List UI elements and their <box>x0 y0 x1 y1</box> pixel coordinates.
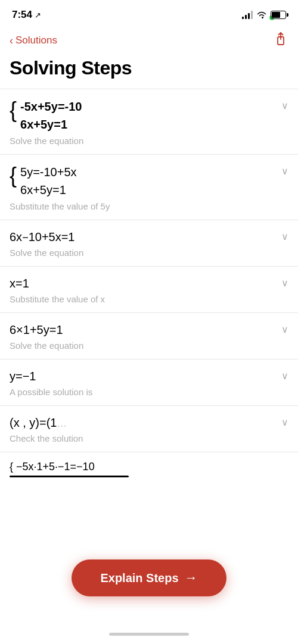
step-content-4: x=1 Substitute the value of x <box>10 275 281 304</box>
chevron-left-icon: ‹ <box>10 35 13 46</box>
step-item-7[interactable]: (x , y)=(1... Check the solution ∨ <box>0 405 298 452</box>
battery-icon <box>271 11 286 19</box>
chevron-down-icon-4: ∨ <box>281 277 288 289</box>
signal-bars-icon <box>242 11 253 19</box>
share-button[interactable] <box>273 31 288 50</box>
step-content-5: 6×1+5y=1 Solve the equation <box>10 321 281 351</box>
step-equation-1: { -5x+5y=-10 6x+5y=1 <box>10 98 274 133</box>
step-content-7: (x , y)=(1... Check the solution <box>10 414 281 443</box>
partial-equation: { −5x·1+5·−1=−10 <box>10 461 288 473</box>
chevron-down-icon-7: ∨ <box>281 417 288 428</box>
arrow-right-icon: → <box>185 570 198 586</box>
step-label-3: Solve the equation <box>10 248 274 258</box>
step-label-4: Substitute the value of x <box>10 294 274 304</box>
page-title: Solving Steps <box>0 55 298 89</box>
step-item-1[interactable]: { -5x+5y=-10 6x+5y=1 Solve the equation … <box>0 89 298 154</box>
step-label-1: Solve the equation <box>10 136 274 146</box>
chevron-down-icon-3: ∨ <box>281 231 288 242</box>
step-label-2: Substitute the value of 5y <box>10 201 274 211</box>
brace-equations-2: 5y=-10+5x 6x+5y=1 <box>20 163 77 199</box>
step-item-4[interactable]: x=1 Substitute the value of x ∨ <box>0 266 298 312</box>
step-content-6: y=−1 A possible solution is <box>10 368 281 397</box>
brace-line-1: -5x+5y=-10 <box>20 98 82 115</box>
steps-container: { -5x+5y=-10 6x+5y=1 Solve the equation … <box>0 89 298 482</box>
explain-btn-area: Explain Steps → <box>72 559 226 596</box>
step-label-6: A possible solution is <box>10 387 274 397</box>
step-equation-3: 6x−10+5x=1 <box>10 229 274 245</box>
home-indicator <box>109 633 189 636</box>
step-label-5: Solve the equation <box>10 340 274 351</box>
brace-icon: { <box>10 98 17 122</box>
step-partial-bottom: { −5x·1+5·−1=−10 <box>0 452 298 482</box>
brace-equations-1: -5x+5y=-10 6x+5y=1 <box>20 98 82 133</box>
explain-steps-button[interactable]: Explain Steps → <box>72 559 226 596</box>
wifi-icon <box>256 11 267 19</box>
status-bar: 7:54 ↗ <box>0 0 298 26</box>
chevron-down-icon-1: ∨ <box>281 100 288 111</box>
step-equation-7: (x , y)=(1... <box>10 414 274 431</box>
step-content-3: 6x−10+5x=1 Solve the equation <box>10 229 281 258</box>
back-button[interactable]: ‹ Solutions <box>10 35 57 46</box>
chevron-down-icon-6: ∨ <box>281 370 288 382</box>
step-item-3[interactable]: 6x−10+5x=1 Solve the equation ∨ <box>0 220 298 266</box>
step-content-1: { -5x+5y=-10 6x+5y=1 Solve the equation <box>10 98 281 146</box>
brace-line-4: 6x+5y=1 <box>20 181 77 199</box>
chevron-down-icon-2: ∨ <box>281 165 288 177</box>
step-item-5[interactable]: 6×1+5y=1 Solve the equation ∨ <box>0 312 298 359</box>
back-label: Solutions <box>15 35 57 46</box>
nav-bar: ‹ Solutions <box>0 26 298 55</box>
step-item-6[interactable]: y=−1 A possible solution is ∨ <box>0 359 298 405</box>
status-time: 7:54 <box>12 9 32 21</box>
step-equation-6: y=−1 <box>10 368 274 384</box>
chevron-down-icon-5: ∨ <box>281 324 288 335</box>
brace-line-2: 6x+5y=1 <box>20 115 82 133</box>
step-equation-2: { 5y=-10+5x 6x+5y=1 <box>10 163 274 199</box>
explain-steps-label: Explain Steps <box>100 571 178 585</box>
step-label-7: Check the solution <box>10 433 274 443</box>
step-equation-5: 6×1+5y=1 <box>10 321 274 338</box>
step-content-2: { 5y=-10+5x 6x+5y=1 Substitute the value… <box>10 163 281 211</box>
location-arrow-icon: ↗ <box>35 11 41 20</box>
step-equation-4: x=1 <box>10 275 274 292</box>
brace-icon-2: { <box>10 163 17 187</box>
status-icons <box>242 11 286 19</box>
step-item-2[interactable]: { 5y=-10+5x 6x+5y=1 Substitute the value… <box>0 154 298 220</box>
brace-line-3: 5y=-10+5x <box>20 163 77 181</box>
